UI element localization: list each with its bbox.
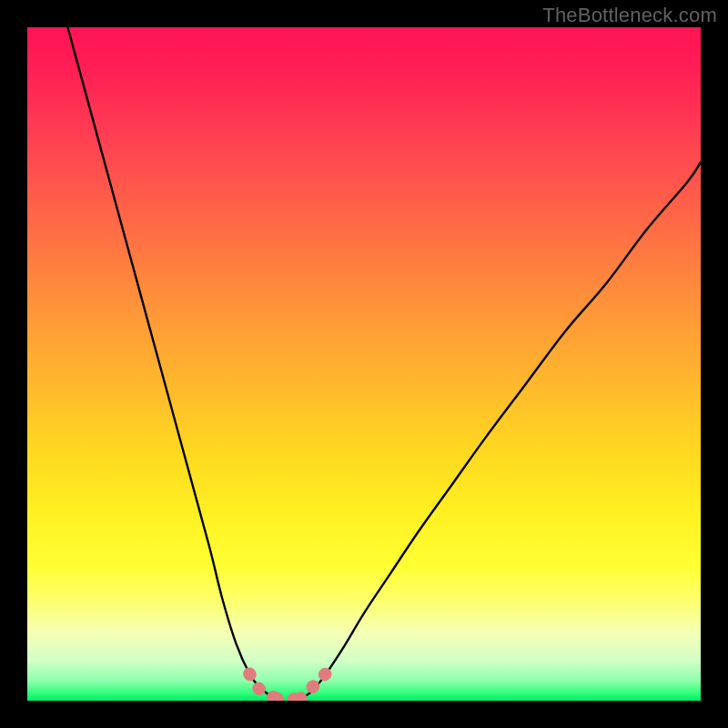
curve-left-line [67,27,276,699]
highlight-right-segment [300,672,328,699]
watermark-text: TheBottleneck.com [542,4,717,27]
chart-root: TheBottleneck.com [0,0,728,728]
plot-area [27,27,701,701]
curve-right-line [300,162,701,699]
plot-svg [27,27,701,701]
